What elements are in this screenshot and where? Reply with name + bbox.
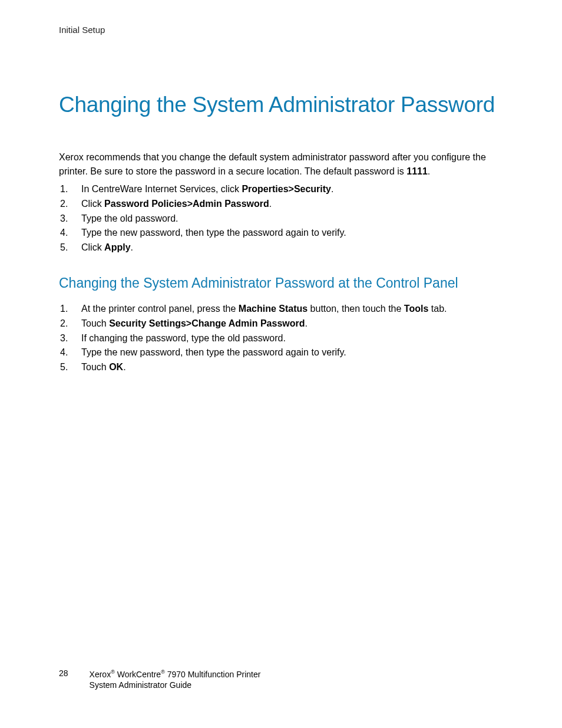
step-text: Type the new password, then type the pas… [81,228,346,238]
ui-path-segment: Security Settings [109,318,186,328]
list-item: Click Password Policies>Admin Password. [60,197,503,212]
step-text: If changing the password, type the old p… [81,333,286,343]
page-footer: 28 Xerox® WorkCentre® 7970 Multifunction… [59,668,260,691]
ui-path-segment: Properties [242,184,288,194]
default-password: 1111 [406,166,428,176]
ui-button-label: Machine Status [239,304,308,314]
path-separator: > [289,184,294,194]
intro-text-post: . [428,166,430,176]
registered-mark: ® [111,669,115,675]
list-item: Click Apply. [60,241,503,255]
ui-button-label: OK [109,362,123,372]
step-text: Type the old password. [81,213,178,223]
list-item: Touch OK. [60,360,503,375]
product-name: WorkCentre [115,669,161,678]
ui-button-label: Apply [104,242,130,252]
list-item: Touch Security Settings>Change Admin Pas… [60,317,503,331]
running-header: Initial Setup [59,25,503,35]
step-text: . [331,184,333,194]
path-separator: > [187,199,193,209]
list-item: At the printer control panel, press the … [60,302,503,317]
ui-path-segment: Password Policies [104,199,187,209]
step-text: . [131,242,133,252]
steps-list-cwis: In CentreWare Internet Services, click P… [60,182,503,255]
step-text: . [123,362,125,372]
product-info: Xerox® WorkCentre® 7970 Multifunction Pr… [90,668,261,691]
list-item: Type the old password. [60,212,503,226]
brand-name: Xerox [90,669,111,678]
step-text: At the printer control panel, press the [81,304,239,314]
ui-path-segment: Admin Password [193,199,269,209]
list-item: Type the new password, then type the pas… [60,345,503,360]
path-separator: > [186,318,191,328]
list-item: Type the new password, then type the pas… [60,226,503,241]
registered-mark: ® [161,669,165,675]
steps-list-control-panel: At the printer control panel, press the … [60,302,503,375]
ui-path-segment: Security [294,184,331,194]
page-number: 28 [59,668,68,678]
step-text: Click [81,242,104,252]
ui-path-segment: Change Admin Password [191,318,305,328]
section-heading: Changing the System Administrator Passwo… [59,275,503,291]
step-text: tab. [428,304,447,314]
step-text: Type the new password, then type the pas… [81,347,346,357]
step-text: . [305,318,308,328]
list-item: If changing the password, type the old p… [60,331,503,346]
step-text: In CentreWare Internet Services, click [81,184,242,194]
ui-tab-label: Tools [404,304,428,314]
step-text: . [269,199,272,209]
intro-paragraph: Xerox recommends that you change the def… [59,150,503,179]
step-text: Touch [81,362,109,372]
product-model: 7970 Multifunction Printer [165,669,261,678]
page-title: Changing the System Administrator Passwo… [59,93,503,117]
step-text: Click [81,199,104,209]
step-text: Touch [81,318,109,328]
list-item: In CentreWare Internet Services, click P… [60,182,503,197]
step-text: button, then touch the [308,304,404,314]
doc-title: System Administrator Guide [90,680,261,691]
